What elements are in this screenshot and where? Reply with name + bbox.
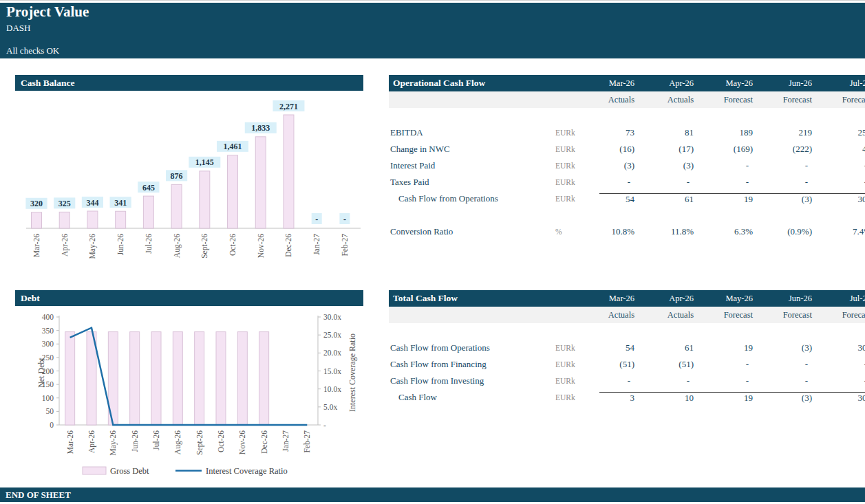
data-label: 876 [171, 171, 183, 181]
x-axis-label: May-26 [88, 234, 97, 259]
x-axis-label: Jan-27 [312, 234, 321, 255]
unit-label: EURk [555, 377, 599, 385]
legend-label-gross-debt: Gross Debt [110, 466, 149, 476]
data-label: 645 [142, 183, 155, 193]
x-axis-label: Nov-26 [238, 430, 246, 454]
table-total-cash-flow: Total Cash FlowMar-26Apr-26May-26Jun-26J… [389, 290, 865, 406]
cell-value: 10.8% [599, 226, 640, 237]
cell-value: 61 [640, 193, 699, 205]
cell-value: 10 [640, 392, 699, 404]
cell-value: - [699, 160, 758, 171]
column-header: Apr-26 [640, 294, 699, 304]
right-axis-tick: - [323, 421, 326, 429]
left-axis-tick: 50 [46, 407, 54, 415]
cell-value: 19 [699, 392, 758, 404]
cell-value: (16) [599, 144, 640, 155]
table-subheader-row: ActualsActualsForecastForecastForecast [389, 91, 865, 108]
column-type: Actuals [599, 95, 640, 105]
x-axis-label: Feb-27 [341, 234, 349, 256]
dashboard-sheet: Project Value DASH All checks OK Cash Ba… [0, 0, 865, 504]
table-header-row: Operational Cash FlowMar-26Apr-26May-26J… [389, 75, 865, 91]
right-axis-tick: 30.0x [323, 313, 341, 321]
column-header: May-26 [699, 78, 758, 89]
x-axis-label: Jun-26 [116, 234, 125, 256]
gross-debt-bar [65, 332, 75, 425]
column-header: Mar-26 [599, 294, 640, 304]
column-header: May-26 [699, 294, 758, 304]
column-header: Jun-26 [758, 294, 818, 304]
cell-value: 54 [599, 342, 640, 353]
row-label: EBITDA [389, 127, 555, 138]
column-header: Apr-26 [640, 78, 699, 89]
cash-bar [143, 196, 153, 228]
x-axis-label: Sept-26 [195, 430, 204, 455]
column-type: Forecast [758, 310, 818, 320]
row-label: Cash Flow from Investing [389, 375, 555, 386]
cell-value: 189 [699, 127, 758, 138]
x-axis-label: Jun-26 [131, 430, 139, 452]
x-axis-label: Aug-26 [173, 234, 182, 258]
chart-title-cash-balance: Cash Balance [15, 75, 363, 91]
footer-label: END OF SHEET [0, 487, 865, 502]
table-operational-cash-flow: Operational Cash FlowMar-26Apr-26May-26J… [389, 75, 865, 240]
left-axis-tick: 350 [42, 327, 54, 335]
column-type: Forecast [818, 310, 865, 320]
table-row: Interest PaidEURk(3)(3)--- [389, 157, 865, 174]
right-axis-tick: 20.0x [323, 349, 341, 357]
x-axis-label: Aug-26 [173, 430, 182, 454]
data-label: 320 [30, 199, 43, 208]
cell-value: 304 [818, 342, 865, 353]
row-label: Conversion Ratio [389, 226, 555, 237]
right-axis-title: Interest Coverage Ratio [348, 333, 357, 412]
table-title: Total Cash Flow [389, 293, 555, 304]
cell-value: 3 [599, 392, 640, 404]
cell-value: (3) [758, 342, 818, 353]
cell-value: - [758, 375, 818, 386]
column-header: Jul-26 [818, 294, 865, 304]
unit-label: EURk [555, 145, 599, 153]
row-label: Cash Flow from Operations [389, 342, 555, 353]
cash-bar [32, 212, 42, 228]
gross-debt-bar [195, 332, 204, 425]
unit-label: EURk [555, 360, 599, 369]
cell-value: - [699, 359, 758, 370]
x-axis-label: Jul-26 [152, 430, 160, 450]
gross-debt-bar [259, 332, 269, 425]
debt-chart: 050100150200250300350400-5.0x10.0x15.0x2… [15, 306, 363, 479]
column-type: Forecast [699, 95, 758, 105]
unit-label: EURk [555, 162, 599, 170]
cell-value: 6.3% [699, 226, 758, 237]
left-axis-tick: 100 [42, 394, 54, 402]
column-type: Actuals [640, 95, 699, 105]
x-axis-label: Apr-26 [61, 234, 70, 256]
data-label: - [343, 215, 346, 224]
cash-bar [116, 211, 126, 228]
data-label: 1,833 [251, 123, 270, 133]
cash-bar [171, 184, 182, 228]
cash-bar [59, 212, 70, 228]
table-body: EBITDAEURk7381189219256Change in NWCEURk… [389, 124, 865, 240]
sheet-header: Project Value DASH All checks OK [0, 3, 865, 58]
legend-swatch-gross-debt [83, 467, 106, 474]
cell-value: - [758, 359, 818, 370]
column-type: Forecast [758, 95, 818, 105]
x-axis-label: Mar-26 [32, 234, 41, 258]
column-type: Actuals [599, 310, 640, 320]
data-label: 1,461 [224, 142, 242, 151]
cell-value: 73 [599, 127, 640, 138]
cash-bar [200, 171, 210, 228]
cell-value: - [599, 177, 640, 188]
table-row: Cash Flow from FinancingEURk(51)(51)--- [389, 356, 865, 373]
cell-value: - [818, 359, 865, 370]
page-title: Project Value [6, 3, 89, 21]
cell-value: 7.4% [818, 226, 865, 237]
table-header-row: Total Cash FlowMar-26Apr-26May-26Jun-26J… [389, 290, 865, 307]
x-axis-label: Apr-26 [87, 430, 96, 453]
unit-label: EURk [555, 344, 599, 352]
table-row: Cash Flow from OperationsEURk546119(3)30… [389, 340, 865, 356]
cell-value: - [758, 160, 818, 171]
cell-value: 48 [818, 144, 865, 155]
cell-value: 61 [640, 342, 699, 353]
cell-value: - [599, 375, 640, 386]
table-row: EBITDAEURk7381189219256 [389, 124, 865, 141]
